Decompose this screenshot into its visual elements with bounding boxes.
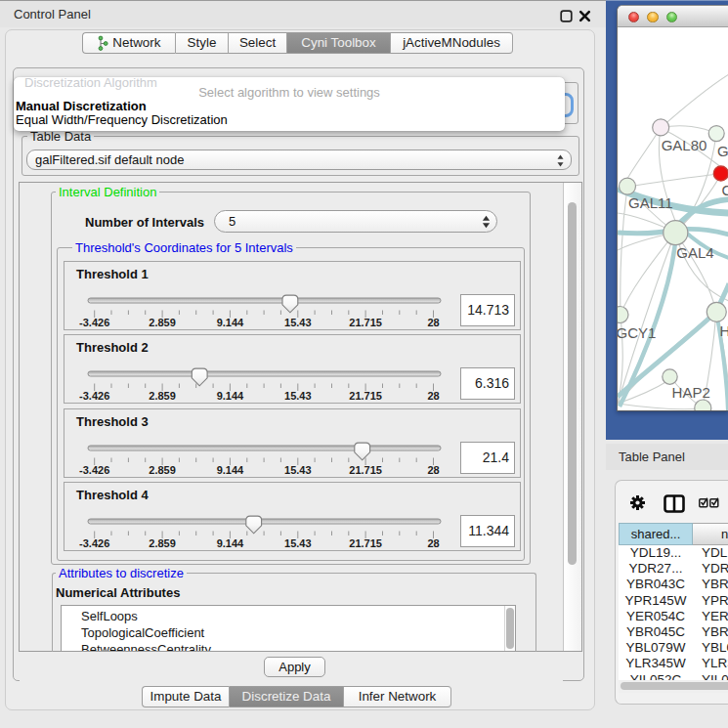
svg-text:2.859: 2.859	[149, 317, 176, 328]
svg-text:9.144: 9.144	[217, 464, 244, 476]
svg-text:15.43: 15.43	[284, 317, 312, 328]
svg-text:-3.426: -3.426	[79, 317, 109, 328]
svg-text:15.43: 15.43	[284, 464, 312, 476]
svg-text:GAL4: GAL4	[676, 244, 713, 261]
svg-text:21.715: 21.715	[349, 317, 382, 328]
svg-text:GAL11: GAL11	[628, 194, 673, 211]
svg-text:2.859: 2.859	[149, 537, 176, 549]
svg-text:15.43: 15.43	[284, 537, 312, 549]
svg-text:15.43: 15.43	[284, 390, 312, 402]
svg-text:GA: GA	[717, 143, 728, 159]
svg-text:HAP2: HAP2	[672, 384, 710, 401]
svg-text:21.715: 21.715	[349, 464, 382, 476]
svg-text:28: 28	[427, 390, 439, 402]
svg-text:GAL80: GAL80	[662, 137, 707, 153]
svg-text:21.715: 21.715	[349, 390, 382, 402]
svg-text:21.715: 21.715	[349, 537, 382, 549]
svg-text:28: 28	[427, 317, 439, 328]
svg-text:9.144: 9.144	[217, 317, 244, 328]
svg-text:-3.426: -3.426	[79, 537, 109, 549]
svg-text:2.859: 2.859	[149, 464, 176, 476]
svg-text:H: H	[720, 322, 728, 339]
svg-text:9.144: 9.144	[217, 390, 244, 402]
svg-text:28: 28	[427, 537, 439, 549]
svg-text:C: C	[722, 182, 728, 198]
svg-text:2.859: 2.859	[149, 390, 176, 402]
svg-text:9.144: 9.144	[217, 537, 244, 549]
svg-text:-3.426: -3.426	[79, 390, 109, 402]
svg-text:28: 28	[427, 464, 439, 476]
svg-text:-3.426: -3.426	[79, 464, 109, 476]
svg-text:GCY1: GCY1	[618, 324, 656, 341]
